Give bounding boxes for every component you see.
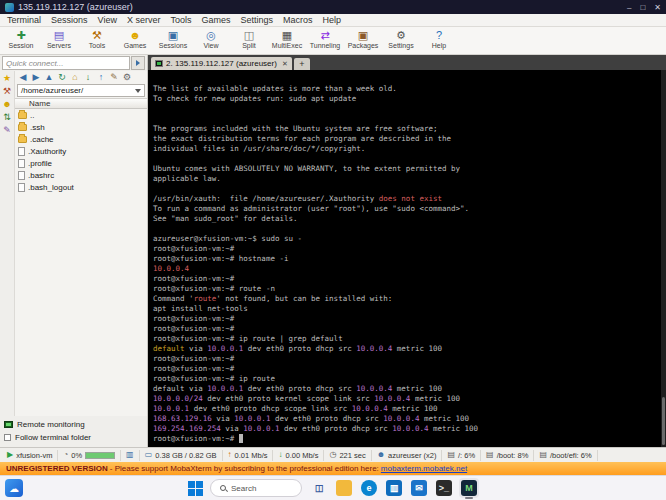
upload-arrow-icon: ↑	[228, 451, 232, 459]
quick-connect-input[interactable]: Quick connect...	[2, 56, 130, 70]
edge-icon-glyph: e	[361, 480, 377, 496]
mobatek-link[interactable]: mobaxterm.mobatek.net	[381, 464, 467, 473]
status-net-down: ↓0.00 Mb/s	[273, 450, 324, 461]
menu-macros[interactable]: Macros	[278, 15, 318, 25]
widgets-icon[interactable]: ☁	[5, 479, 23, 497]
toolbar-multiexec-button[interactable]: ▦MultiExec	[268, 28, 306, 49]
menu-tools[interactable]: Tools	[165, 15, 196, 25]
file-row[interactable]: .bashrc	[15, 169, 147, 181]
edge-icon[interactable]: e	[359, 478, 379, 498]
terminal-app-icon[interactable]: >_	[434, 478, 454, 498]
terminal-tab-bar: 2. 135.119.112.127 (azureuser) ✕ +	[148, 55, 666, 70]
toolbar-packages-button[interactable]: ▣Packages	[344, 28, 382, 49]
menu-sessions[interactable]: Sessions	[46, 15, 93, 25]
search-label: Search	[231, 484, 256, 493]
upload-icon[interactable]: ↑	[95, 72, 107, 83]
mobaxterm-icon[interactable]: M	[459, 478, 479, 498]
path-dropdown[interactable]: /home/azureuser/	[17, 84, 145, 97]
close-button[interactable]: ✕	[654, 3, 661, 12]
taskbar-search[interactable]: Search	[210, 479, 302, 497]
column-header-name[interactable]: Name	[15, 98, 147, 109]
minimize-button[interactable]: –	[627, 3, 631, 12]
download-icon[interactable]: ↓	[82, 72, 94, 83]
back-icon[interactable]: ◀	[17, 72, 29, 83]
terminal-line: /usr/bin/xauth: file /home/azureuser/.Xa…	[153, 194, 658, 204]
toolbar-games-button[interactable]: ☻Games	[116, 28, 154, 49]
terminal-tab[interactable]: 2. 135.119.112.127 (azureuser) ✕	[151, 57, 292, 70]
status-cpu: ◔0%	[58, 450, 121, 461]
follow-terminal-folder-checkbox[interactable]: Follow terminal folder	[4, 431, 147, 444]
file-row[interactable]: .ssh	[15, 121, 147, 133]
maximize-button[interactable]: □	[640, 3, 645, 12]
sftp-tab-icon[interactable]: ⇅	[3, 113, 11, 122]
refresh-icon[interactable]: ↻	[56, 72, 68, 83]
toolbar-games-label: Games	[124, 42, 147, 49]
terminal-line: 10.0.0.4	[153, 264, 658, 274]
menu-terminal[interactable]: Terminal	[2, 15, 46, 25]
quick-connect-row: Quick connect...	[2, 56, 145, 70]
remote-monitoring-button[interactable]: Remote monitoring	[4, 418, 147, 431]
file-row[interactable]: .bash_logout	[15, 181, 147, 193]
toolbar-view-button[interactable]: ◎View	[192, 28, 230, 49]
users-icon: ☻	[377, 451, 385, 459]
search-icon	[220, 485, 226, 491]
toolbar-session-button[interactable]: ✚Session	[2, 28, 40, 49]
toolbar-settings-button[interactable]: ⚙Settings	[382, 28, 420, 49]
sessions-tab-icon[interactable]: ★	[3, 74, 11, 83]
toolbar-tunneling-button[interactable]: ⇄Tunneling	[306, 28, 344, 49]
memory-icon: ▭	[145, 451, 153, 459]
edit-icon[interactable]: ✎	[108, 72, 120, 83]
close-tab-icon[interactable]: ✕	[280, 60, 288, 68]
status-users: ☻azureuser (x2)	[372, 450, 443, 461]
file-row[interactable]: .Xauthority	[15, 145, 147, 157]
start-button[interactable]	[187, 480, 203, 496]
terminal-line: the exact distribution terms for each pr…	[153, 134, 658, 144]
forward-icon[interactable]: ▶	[30, 72, 42, 83]
file-explorer-icon[interactable]	[334, 478, 354, 498]
quick-connect-button[interactable]	[131, 56, 145, 70]
terminal-line: To run a command as administrator (user …	[153, 204, 658, 214]
terminal-line: root@xfusion-vm:~#	[153, 364, 658, 374]
terminal-line: azureuser@xfusion-vm:~$ sudo su -	[153, 234, 658, 244]
status-uptime-label: 221 sec	[339, 451, 365, 460]
new-tab-button[interactable]: +	[294, 58, 310, 70]
scrollbar-thumb[interactable]	[662, 397, 665, 445]
tools-icon: ⚒	[92, 28, 102, 42]
status-disk-root-label: /: 6%	[458, 451, 475, 460]
task-view-icon[interactable]: ◫	[309, 478, 329, 498]
menu-help[interactable]: Help	[318, 15, 347, 25]
toolbar-tools-button[interactable]: ⚒Tools	[78, 28, 116, 49]
main-area: Quick connect... ★⚒☻⇅✎ ◀▶▲↻⌂↓↑✎⚙ /home/a…	[0, 55, 666, 447]
terminal-line: The programs included with the Ubuntu sy…	[153, 124, 658, 134]
home-icon[interactable]: ⌂	[69, 72, 81, 83]
macros-tab-icon[interactable]: ✎	[3, 126, 11, 135]
menu-settings[interactable]: Settings	[235, 15, 278, 25]
gear-icon[interactable]: ⚙	[121, 72, 133, 83]
toolbar-help-button[interactable]: ?Help	[420, 28, 458, 49]
terminal-line: root@xfusion-vm:~# hostname -i	[153, 254, 658, 264]
tools-tab-icon[interactable]: ⚒	[3, 87, 11, 96]
task-view-icon-glyph: ◫	[311, 480, 327, 496]
toolbar-split-button[interactable]: ◫Split	[230, 28, 268, 49]
menu-view[interactable]: View	[93, 15, 122, 25]
terminal-scrollbar[interactable]	[661, 70, 666, 447]
terminal-output[interactable]: The list of available updates is more th…	[148, 70, 666, 447]
file-row[interactable]: .profile	[15, 157, 147, 169]
menu-games[interactable]: Games	[196, 15, 235, 25]
mail-icon-glyph: ✉	[411, 480, 427, 496]
mail-icon[interactable]: ✉	[409, 478, 429, 498]
terminal-line: To check for new updates run: sudo apt u…	[153, 94, 658, 104]
quick-connect-placeholder: Quick connect...	[6, 59, 63, 68]
toolbar-sessions-button[interactable]: ▣Sessions	[154, 28, 192, 49]
file-row[interactable]: ..	[15, 109, 147, 121]
up-icon[interactable]: ▲	[43, 72, 55, 83]
store-icon-glyph: ▥	[386, 480, 402, 496]
toolbar-servers-button[interactable]: ▤Servers	[40, 28, 78, 49]
file-row[interactable]: .cache	[15, 133, 147, 145]
games-tab-icon[interactable]: ☻	[2, 100, 11, 109]
terminal-line	[153, 114, 658, 124]
folder-icon	[18, 112, 27, 119]
store-icon[interactable]: ▥	[384, 478, 404, 498]
terminal-line	[153, 154, 658, 164]
menu-x-server[interactable]: X server	[122, 15, 166, 25]
